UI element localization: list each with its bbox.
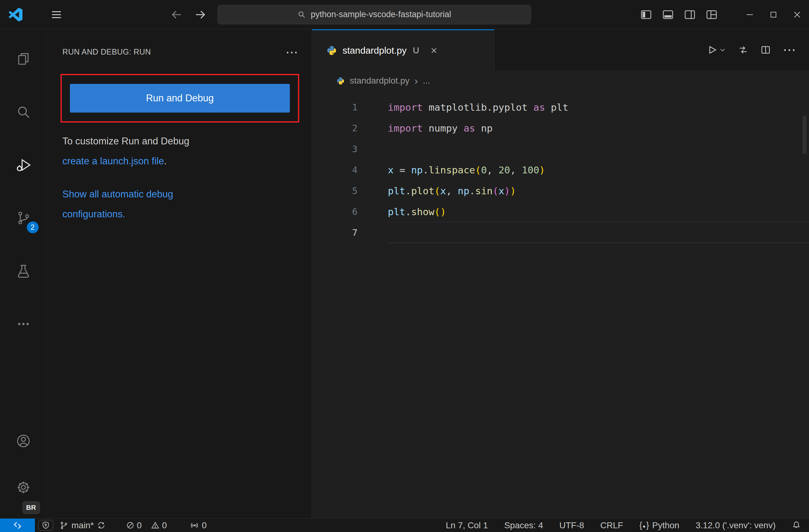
warning-count: 0 <box>162 520 167 530</box>
panel-more-actions-icon[interactable]: ⋯ <box>286 49 298 55</box>
accounts-icon[interactable] <box>0 418 47 464</box>
problems-item[interactable]: 0 0 <box>120 519 173 532</box>
toggle-panel-icon[interactable] <box>662 8 674 21</box>
line-number: 6 <box>312 201 358 222</box>
run-python-file-button[interactable] <box>707 45 726 55</box>
search-view-icon[interactable] <box>0 86 47 139</box>
encoding-item[interactable]: UTF-8 <box>551 519 592 532</box>
code-text: import numpy as np <box>388 118 809 139</box>
chevron-down-icon <box>719 47 726 53</box>
panel-title: RUN AND DEBUG: RUN <box>63 48 151 56</box>
interpreter-text: 3.12.0 ('.venv': venv) <box>695 520 776 530</box>
code-line-3[interactable]: 3 <box>312 139 809 159</box>
code-text: x = np.linspace(0, 20, 100) <box>388 159 809 180</box>
search-icon <box>297 10 306 19</box>
forward-arrow-icon[interactable] <box>194 8 207 21</box>
python-interpreter-item[interactable]: 3.12.0 ('.venv': venv) <box>687 519 784 532</box>
vscode-window: python-sample-vscode-fastapi-tutorial <box>0 0 809 532</box>
line-number: 3 <box>312 139 358 159</box>
cursor-position-item[interactable]: Ln 7, Col 1 <box>438 519 496 532</box>
code-line-5[interactable]: 5plt.plot(x, np.sin(x)) <box>312 180 809 201</box>
encoding-text: UTF-8 <box>560 520 584 530</box>
explorer-icon[interactable] <box>0 32 47 86</box>
toggle-secondary-sidebar-icon[interactable] <box>684 8 696 21</box>
breadcrumb-filename[interactable]: standardplot.py <box>350 76 409 86</box>
workspace-trust-item[interactable] <box>38 520 53 531</box>
remote-indicator[interactable] <box>0 519 35 532</box>
line-number: 5 <box>312 180 358 201</box>
titlebar-right <box>640 0 809 29</box>
git-status-letter: U <box>413 46 419 55</box>
warning-icon <box>151 521 159 530</box>
additional-views-icon[interactable] <box>0 298 47 351</box>
tab-standardplot[interactable]: standardplot.py U <box>312 29 495 70</box>
close-button[interactable] <box>785 0 809 29</box>
minimize-button[interactable] <box>738 0 761 29</box>
indentation-item[interactable]: Spaces: 4 <box>496 519 551 532</box>
open-changes-icon[interactable] <box>738 45 748 55</box>
code-line-7[interactable]: 7 <box>312 222 809 243</box>
run-and-debug-panel: RUN AND DEBUG: RUN ⋯ Run and Debug To cu… <box>47 29 312 518</box>
link[interactable]: create a launch.json file <box>63 156 164 166</box>
status-bar: main* 0 0 0 Ln 7, Col 1 Spaces: 4 UTF-8 <box>0 518 809 532</box>
indentation-text: Spaces: 4 <box>504 520 543 530</box>
split-editor-icon[interactable] <box>760 45 771 55</box>
python-file-icon <box>326 45 337 56</box>
remote-icon <box>13 521 22 530</box>
code-text <box>388 139 809 159</box>
editor-region: standardplot.py U <box>312 29 809 518</box>
code-line-6[interactable]: 6plt.show() <box>312 201 809 222</box>
annotation-rectangle: Run and Debug <box>61 74 299 123</box>
breadcrumb-more[interactable]: ... <box>423 76 430 86</box>
link[interactable]: Show all automatic debug <box>63 189 173 199</box>
broadcast-icon <box>190 521 199 530</box>
code-line-1[interactable]: 1import matplotlib.pyplot as plt <box>312 97 809 118</box>
testing-icon[interactable] <box>0 245 47 298</box>
error-icon <box>126 521 135 530</box>
line-number: 7 <box>312 222 358 243</box>
scrollbar-thumb[interactable] <box>803 116 807 154</box>
git-branch-item[interactable]: main* <box>53 519 112 532</box>
code-text: plt.plot(x, np.sin(x)) <box>388 180 809 201</box>
run-and-debug-button[interactable]: Run and Debug <box>70 84 290 112</box>
code-text: plt.show() <box>388 201 809 222</box>
tab-bar: standardplot.py U <box>312 29 809 70</box>
notifications-item[interactable] <box>784 519 809 532</box>
link[interactable]: configurations. <box>63 209 125 219</box>
code-line-2[interactable]: 2import numpy as np <box>312 118 809 139</box>
eol-item[interactable]: CRLF <box>592 519 631 532</box>
braces-icon: { } <box>639 520 649 530</box>
search-command-center[interactable]: python-sample-vscode-fastapi-tutorial <box>218 5 531 24</box>
toggle-primary-sidebar-icon[interactable] <box>640 8 652 21</box>
code-line-4[interactable]: 4x = np.linspace(0, 20, 100) <box>312 159 809 180</box>
back-arrow-icon[interactable] <box>170 8 183 21</box>
line-col-text: Ln 7, Col 1 <box>446 520 488 530</box>
line-number: 2 <box>312 118 358 139</box>
code-lines: 1import matplotlib.pyplot as plt2import … <box>312 97 809 243</box>
python-file-icon <box>336 77 345 85</box>
language-text: Python <box>652 520 679 530</box>
activity-bar: 2 BR <box>0 29 47 518</box>
sync-icon <box>97 521 105 530</box>
tab-close-icon[interactable] <box>430 46 438 55</box>
source-control-icon[interactable]: 2 <box>0 192 47 245</box>
search-value: python-sample-vscode-fastapi-tutorial <box>311 10 451 19</box>
branch-icon <box>59 521 68 530</box>
maximize-button[interactable] <box>761 0 785 29</box>
menu-hamburger-icon[interactable] <box>51 9 63 21</box>
line-number: 1 <box>312 97 358 118</box>
error-count: 0 <box>137 520 142 530</box>
welcome-text: . <box>164 156 167 166</box>
tab-filename: standardplot.py <box>343 45 407 56</box>
eol-text: CRLF <box>600 520 623 530</box>
settings-gear-icon[interactable]: BR <box>0 464 47 516</box>
line-number: 4 <box>312 159 358 180</box>
code-editor[interactable]: 1import matplotlib.pyplot as plt2import … <box>312 91 809 518</box>
ports-item[interactable]: 0 <box>184 519 213 532</box>
navigation-center: python-sample-vscode-fastapi-tutorial <box>170 0 531 29</box>
customize-layout-icon[interactable] <box>705 8 718 21</box>
debug-welcome: To customize Run and Debugcreate a launc… <box>63 131 296 224</box>
run-and-debug-icon[interactable] <box>0 139 47 192</box>
editor-more-actions-icon[interactable]: ⋯ <box>783 47 796 53</box>
language-mode-item[interactable]: { } Python <box>631 519 687 532</box>
